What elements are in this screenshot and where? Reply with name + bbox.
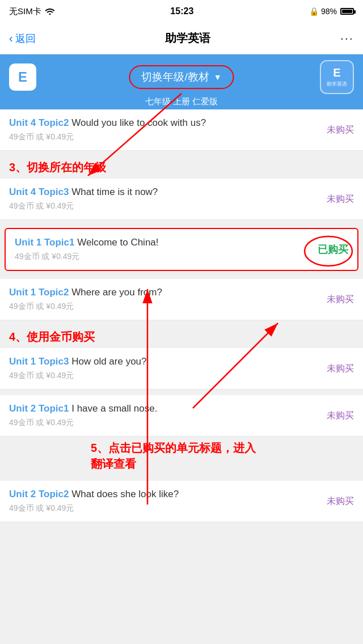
item-text: How old are you? (71, 356, 146, 367)
list-item-left: Unit 4 Topic2 Would you like to cook wit… (9, 117, 320, 142)
status-left: 无SIM卡 (9, 6, 55, 17)
unit-label: Unit 2 Topic1 (9, 403, 69, 414)
item-text: Would you like to cook with us? (71, 117, 206, 128)
purchased-status-wrapper: 已购买 (314, 243, 348, 256)
list-item-left: Unit 2 Topic1 I have a small nose. 49金币 … (9, 403, 320, 428)
back-label: 返回 (15, 32, 36, 45)
item-text: Welcome to China! (77, 237, 158, 248)
header-left-logo: E (9, 63, 36, 91)
switch-arrow-icon: ▼ (214, 73, 222, 82)
header-strip: E 切换年级/教材 ▼ E 助学英语 七年级 上册 仁爱版 (0, 54, 363, 109)
annotation-step3: 3、切换所在的年级 (9, 161, 106, 173)
ellipse-overlay (303, 234, 354, 268)
lock-icon: 🔒 (309, 7, 319, 16)
list-item-left: Unit 1 Topic2 Where are you from? 49金币 或… (9, 287, 320, 312)
item-title: Unit 4 Topic2 Would you like to cook wit… (9, 117, 320, 129)
list-item-left: Unit 4 Topic3 What time is it now? 49金币 … (9, 187, 320, 211)
right-logo-icon: E (333, 66, 340, 79)
item-status: 未购买 (320, 363, 354, 375)
item-text: What does she look like? (71, 489, 179, 499)
list-item-purchased[interactable]: Unit 1 Topic1 Welcome to China! 49金币 或 ¥… (5, 228, 358, 271)
left-logo-icon: E (18, 69, 27, 85)
nav-bar: ‹ 返回 助学英语 ··· (0, 23, 363, 54)
annotation-step5-line1: 5、点击已购买的单元标题，进入 (91, 440, 354, 456)
item-status: 未购买 (320, 294, 354, 306)
item-text: Where are you from? (71, 287, 162, 298)
list-item[interactable]: Unit 2 Topic1 I have a small nose. 49金币 … (0, 395, 363, 437)
item-price: 49金币 或 ¥0.49元 (9, 302, 320, 312)
annotation-step5-container: 5、点击已购买的单元标题，进入 翻译查看 (0, 437, 363, 475)
unit-label: Unit 4 Topic3 (9, 187, 69, 197)
annotation-step4-container: 4、使用金币购买 (0, 326, 363, 348)
battery-icon (340, 8, 354, 15)
unit-label: Unit 1 Topic3 (9, 356, 69, 367)
item-status: 未购买 (320, 410, 354, 422)
header-subtitle: 七年级 上册 仁爱版 (9, 96, 354, 109)
item-status: 未购买 (320, 495, 354, 507)
switch-label: 切换年级/教材 (141, 70, 209, 84)
list-item[interactable]: Unit 2 Topic2 What does she look like? 4… (0, 481, 363, 522)
item-title: Unit 2 Topic1 I have a small nose. (9, 403, 320, 414)
list-item[interactable]: Unit 1 Topic2 Where are you from? 49金币 或… (0, 279, 363, 320)
list-item-left: Unit 1 Topic1 Welcome to China! 49金币 或 ¥… (15, 237, 314, 262)
content-list: Unit 4 Topic2 Would you like to cook wit… (0, 109, 363, 522)
carrier-label: 无SIM卡 (9, 6, 41, 17)
page-wrapper: 无SIM卡 15:23 🔒 98% ‹ 返回 助学英语 ··· E (0, 0, 363, 522)
status-bar: 无SIM卡 15:23 🔒 98% (0, 0, 363, 23)
list-item[interactable]: Unit 4 Topic3 What time is it now? 49金币 … (0, 179, 363, 220)
item-text: What time is it now? (71, 187, 158, 197)
item-price: 49金币 或 ¥0.49元 (9, 418, 320, 428)
list-item[interactable]: Unit 1 Topic3 How old are you? 49金币 或 ¥0… (0, 348, 363, 389)
item-price: 49金币 或 ¥0.49元 (9, 503, 320, 514)
header-right-logo: E 助学英语 (320, 60, 354, 94)
list-item-left: Unit 1 Topic3 How old are you? 49金币 或 ¥0… (9, 356, 320, 381)
svg-point-0 (305, 236, 352, 266)
item-price: 49金币 或 ¥0.49元 (9, 371, 320, 381)
item-status: 未购买 (320, 124, 354, 136)
item-title: Unit 2 Topic2 What does she look like? (9, 489, 320, 500)
unit-label: Unit 1 Topic2 (9, 287, 69, 298)
item-price: 49金币 或 ¥0.49元 (9, 201, 320, 211)
switch-grade-button[interactable]: 切换年级/教材 ▼ (129, 65, 234, 89)
back-chevron-icon: ‹ (9, 32, 13, 45)
annotation-step4: 4、使用金币购买 (9, 331, 95, 343)
highlighted-item-wrapper: Unit 1 Topic1 Welcome to China! 49金币 或 ¥… (5, 228, 358, 271)
unit-label: Unit 4 Topic2 (9, 117, 69, 128)
annotation-step5-line2: 翻译查看 (91, 456, 354, 472)
item-title: Unit 1 Topic1 Welcome to China! (15, 237, 314, 248)
wifi-icon (45, 7, 55, 16)
item-status: 未购买 (320, 193, 354, 205)
status-time: 15:23 (170, 6, 193, 16)
status-right: 🔒 98% (309, 7, 354, 16)
item-price: 49金币 或 ¥0.49元 (9, 132, 320, 142)
nav-title: 助学英语 (165, 31, 210, 46)
more-button[interactable]: ··· (340, 31, 354, 46)
item-title: Unit 1 Topic2 Where are you from? (9, 287, 320, 298)
list-item[interactable]: Unit 4 Topic2 Would you like to cook wit… (0, 109, 363, 151)
back-button[interactable]: ‹ 返回 (9, 32, 36, 45)
unit-label: Unit 2 Topic2 (9, 489, 69, 499)
item-title: Unit 1 Topic3 How old are you? (9, 356, 320, 367)
item-price: 49金币 或 ¥0.49元 (15, 252, 314, 262)
annotation-step3-container: 3、切换所在的年级 (0, 156, 363, 179)
unit-label: Unit 1 Topic1 (15, 237, 74, 248)
right-logo-text: 助学英语 (327, 80, 347, 88)
item-title: Unit 4 Topic3 What time is it now? (9, 187, 320, 198)
list-item-left: Unit 2 Topic2 What does she look like? 4… (9, 489, 320, 514)
battery-percent: 98% (321, 7, 337, 16)
item-text: I have a small nose. (71, 403, 157, 414)
